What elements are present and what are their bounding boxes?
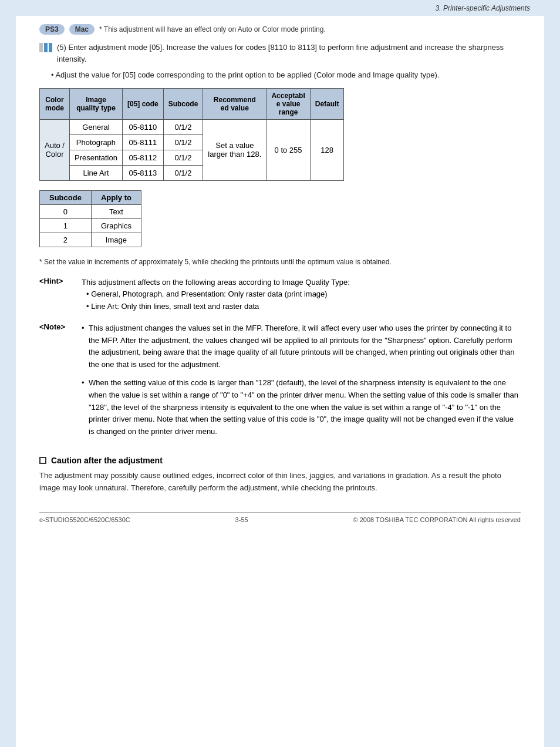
sub-code-1: 1 [40, 218, 92, 233]
cell-acceptable: 0 to 255 [266, 119, 310, 180]
step-5-row: (5) Enter adjustment mode [05]. Increase… [39, 42, 521, 65]
ps3-badge: PS3 [39, 24, 65, 35]
step-icon [39, 43, 52, 52]
page-footer: e-STUDIO5520C/6520C/6530C 3-55 © 2008 TO… [39, 512, 521, 523]
col-header-acceptable: Acceptable valuerange [266, 88, 310, 119]
col-header-recommended: Recommended value [203, 88, 266, 119]
sub-apply-graphics: Graphics [91, 218, 141, 233]
chapter-title: 3. Printer-specific Adjustments [436, 4, 530, 12]
col-header-05-code: [05] code [122, 88, 163, 119]
caution-section: Caution after the adjustment The adjustm… [39, 456, 521, 494]
sub-col-subcode: Subcode [40, 190, 92, 204]
hint-section: <Hint> This adjustment affects on the fo… [39, 277, 521, 313]
cell-code-8110: 05-8110 [122, 119, 163, 134]
col-header-default: Default [310, 88, 344, 119]
sub-apply-image: Image [91, 233, 141, 247]
col-header-image-quality: Imagequality type [69, 88, 122, 119]
badges-row: PS3 Mac * This adjustment will have an e… [39, 24, 521, 35]
caution-text: The adjustment may possibly cause outlin… [39, 470, 521, 494]
caution-box-icon [39, 457, 46, 464]
footer-center: 3-55 [235, 516, 248, 523]
cell-photograph: Photograph [69, 134, 122, 150]
col-header-subcode: Subcode [163, 88, 203, 119]
note-content: This adjustment changes the values set i… [82, 322, 521, 444]
cell-sub-8111: 0/1/2 [163, 134, 203, 150]
sub-code-2: 2 [40, 233, 92, 247]
step-5-text: (5) Enter adjustment mode [05]. Increase… [57, 42, 521, 65]
cell-recommended: Set a valuelarger than 128. [203, 119, 266, 180]
hint-text: This adjustment affects on the following… [82, 278, 350, 287]
sub-table-row: 2 Image [40, 233, 141, 247]
cell-general: General [69, 119, 122, 134]
cell-presentation: Presentation [69, 150, 122, 165]
cell-lineart: Line Art [69, 165, 122, 180]
mac-badge: Mac [69, 24, 95, 35]
cell-sub-8113: 0/1/2 [163, 165, 203, 180]
cell-code-8111: 05-8111 [122, 134, 163, 150]
col-header-color-mode: Colormode [40, 88, 70, 119]
footer-left: e-STUDIO5520C/6520C/6530C [39, 516, 130, 523]
note-bullet-2: When the setting value of this code is l… [82, 377, 521, 438]
sub-col-apply: Apply to [91, 190, 141, 204]
caution-title-text: Caution after the adjustment [51, 456, 163, 465]
hint-bullet-2: • Line Art: Only thin lines, small text … [86, 301, 350, 313]
cell-default: 128 [310, 119, 344, 180]
sub-apply-text: Text [91, 204, 141, 218]
note-label: <Note> [39, 322, 75, 331]
table-row: Auto /Color General 05-8110 0/1/2 Set a … [40, 119, 344, 134]
step-5-bullet1: • Adjust the value for [05] code corresp… [51, 69, 521, 81]
caution-title: Caution after the adjustment [39, 456, 521, 465]
cell-sub-8110: 0/1/2 [163, 119, 203, 134]
sub-table-row: 1 Graphics [40, 218, 141, 233]
sub-table: Subcode Apply to 0 Text 1 Graphics 2 Ima… [39, 190, 141, 247]
cell-color-mode: Auto /Color [40, 119, 70, 180]
cell-code-8113: 05-8113 [122, 165, 163, 180]
footer-right: © 2008 TOSHIBA TEC CORPORATION All right… [353, 516, 521, 523]
badge-note: * This adjustment will have an effect on… [99, 25, 326, 33]
main-table: Colormode Imagequality type [05] code Su… [39, 88, 344, 181]
hint-content: This adjustment affects on the following… [82, 277, 350, 313]
cell-sub-8112: 0/1/2 [163, 150, 203, 165]
note-section: <Note> This adjustment changes the value… [39, 322, 521, 444]
footnote: * Set the value in increments of approxi… [39, 257, 521, 267]
sub-code-0: 0 [40, 204, 92, 218]
cell-code-8112: 05-8112 [122, 150, 163, 165]
sub-table-row: 0 Text [40, 204, 141, 218]
hint-label: <Hint> [39, 277, 75, 285]
note-bullet-1: This adjustment changes the values set i… [82, 322, 521, 371]
hint-bullet-1: • General, Photograph, and Presentation:… [86, 288, 350, 301]
